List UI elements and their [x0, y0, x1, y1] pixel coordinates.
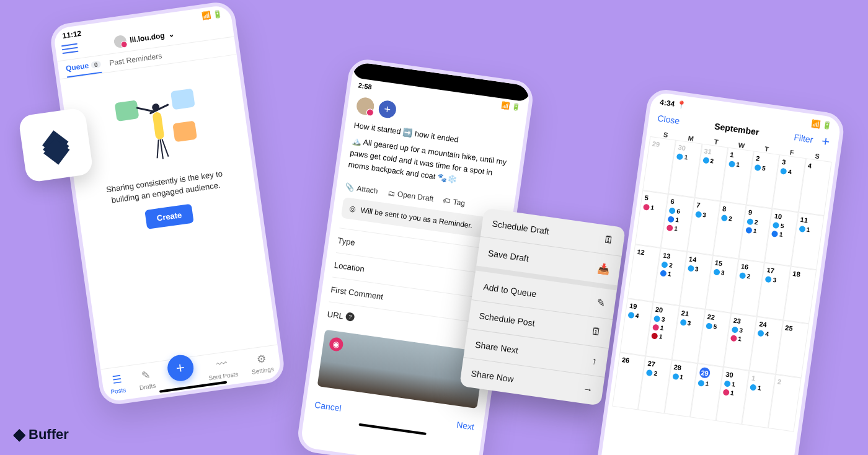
chevron-down-icon: ⌄	[168, 30, 175, 39]
day-number: 17	[766, 266, 787, 276]
event-count: 3	[687, 319, 691, 327]
event-count: 1	[738, 335, 742, 343]
bottom-nav: ☰Posts ✎Drafts + 〰Sent Posts ⚙Settings	[100, 345, 282, 403]
event-count: 2	[710, 157, 714, 165]
tw-dot-icon	[728, 161, 735, 167]
create-button[interactable]: Create	[144, 204, 194, 229]
event-count: 1	[680, 373, 684, 381]
attach-button[interactable]: 📎Attach	[345, 182, 378, 195]
event-count: 1	[730, 389, 735, 397]
event-count: 1	[806, 226, 810, 233]
tw-dot-icon	[799, 225, 805, 232]
buffer-logo-icon: ◆◆◆	[41, 133, 70, 158]
compose-fab[interactable]: +	[166, 353, 195, 382]
day-number: 13	[662, 252, 683, 262]
event-count: 4	[787, 168, 792, 175]
pencil-icon: ✎	[596, 296, 606, 309]
inbox-icon: 📥	[596, 262, 610, 276]
calendar-event: 1	[730, 334, 751, 343]
event-count: 1	[757, 384, 761, 392]
nav-settings[interactable]: ⚙Settings	[249, 351, 275, 376]
tw-dot-icon	[713, 268, 720, 275]
fb-dot-icon	[771, 230, 778, 237]
action-sheet: Schedule Draft🗓 Save Draft📥 Add to Queue…	[459, 208, 626, 405]
nav-sent[interactable]: 〰Sent Posts	[206, 356, 239, 381]
tw-dot-icon	[732, 326, 738, 333]
calendar-add-icon: 🗓	[603, 234, 614, 246]
nav-drafts[interactable]: ✎Drafts	[137, 368, 156, 391]
next-button[interactable]: Next	[456, 419, 475, 431]
empty-illustration	[108, 79, 205, 171]
day-number: 10	[774, 212, 795, 222]
day-number: 12	[637, 248, 658, 258]
calendar-event: 4	[627, 311, 648, 320]
day-number: 2	[756, 154, 777, 164]
calendar-event: 1	[651, 332, 671, 341]
day-number: 19	[629, 302, 650, 312]
day-number: 26	[621, 356, 642, 366]
tw-dot-icon	[687, 265, 694, 272]
tw-dot-icon	[765, 276, 772, 283]
tw-dot-icon	[680, 319, 686, 325]
status-time: 2:58	[358, 81, 372, 91]
ig-dot-icon	[723, 389, 730, 395]
ig-dot-icon	[730, 335, 737, 342]
tw-dot-icon	[721, 214, 728, 221]
tw-dot-icon	[758, 330, 764, 337]
filter-button[interactable]: Filter	[793, 132, 813, 144]
ig-dot-icon	[666, 224, 673, 231]
calendar-event: 1	[799, 225, 819, 234]
brand-name: Buffer	[29, 426, 69, 443]
open-draft-button[interactable]: 🗂Open Draft	[387, 188, 434, 203]
calendar-event: 5	[755, 164, 775, 173]
day-number: 7	[696, 201, 717, 211]
tw-dot-icon	[646, 369, 653, 376]
day-number: 31	[704, 147, 725, 157]
menu-icon[interactable]	[61, 41, 79, 56]
day-number: 20	[655, 306, 676, 316]
tw-dot-icon	[672, 373, 679, 379]
tw-dot-icon	[627, 311, 634, 318]
plus-icon: +	[175, 358, 186, 377]
calendar-event: 1	[660, 269, 681, 278]
tw-dot-icon	[669, 207, 676, 214]
buffer-logo-icon: ◆◆◆	[14, 431, 24, 438]
day-number: 28	[673, 363, 694, 373]
calendar-event: 3	[653, 315, 674, 324]
add-account-button[interactable]: +	[378, 99, 397, 119]
calendar-event: 3	[687, 264, 707, 273]
event-count: 3	[739, 327, 743, 334]
day-number: 5	[644, 194, 665, 204]
status-time: 4:34	[659, 98, 675, 108]
tw-dot-icon	[662, 261, 668, 268]
help-icon[interactable]: ?	[345, 312, 355, 322]
selected-account-avatar[interactable]	[355, 96, 375, 116]
tw-dot-icon	[706, 322, 712, 329]
tag-button[interactable]: 🏷Tag	[443, 196, 466, 208]
calendar-event: 5	[773, 221, 793, 231]
event-count: 6	[676, 208, 681, 215]
event-count: 3	[661, 316, 665, 323]
tw-dot-icon	[695, 211, 702, 218]
day-number: 16	[740, 262, 761, 272]
queue-phone: 11:12 📶 🔋 lil.lou.dog ⌄ Queue 0 Past Rem…	[48, 0, 286, 407]
tw-dot-icon	[755, 164, 761, 170]
tw-dot-icon	[781, 167, 787, 174]
tw-dot-icon	[676, 153, 683, 160]
event-count: 4	[765, 330, 769, 338]
calendar-phone: 4:34 📍📶 🔋 Close September Filter + SMTWT…	[593, 87, 846, 455]
add-button[interactable]: +	[820, 133, 830, 151]
event-count: 1	[732, 381, 736, 388]
calendar-event: 1	[724, 379, 745, 389]
day-number: 22	[707, 313, 728, 323]
event-count: 1	[705, 380, 709, 387]
cancel-button[interactable]: Cancel	[314, 399, 342, 413]
calendar-event: 3	[680, 319, 700, 328]
nav-posts[interactable]: ☰Posts	[108, 372, 126, 395]
close-button[interactable]: Close	[657, 113, 681, 126]
tw-dot-icon	[653, 315, 660, 322]
day-number: 30	[725, 371, 746, 381]
list-icon: ☰	[109, 372, 125, 387]
calendar-event: 1	[771, 230, 792, 239]
event-count: 3	[720, 269, 725, 276]
